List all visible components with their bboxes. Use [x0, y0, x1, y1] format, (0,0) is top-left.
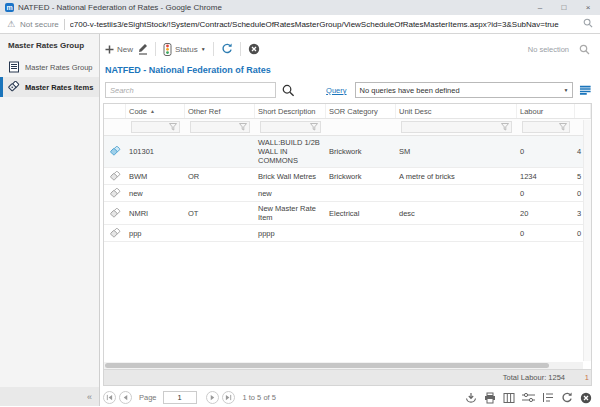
cell-unit-desc: SM	[396, 136, 517, 167]
funnel-icon[interactable]	[501, 123, 509, 131]
sidebar-item-master-rates-group[interactable]: Master Rates Group	[0, 57, 99, 77]
first-page-button[interactable]	[103, 391, 116, 404]
maximize-button[interactable]: □	[552, 0, 576, 15]
funnel-icon[interactable]	[310, 123, 318, 131]
table-row[interactable]: 101301 WALL:BUILD 1/2B WALL IN COMMONS B…	[104, 136, 591, 168]
toolbar-separator	[240, 42, 241, 56]
vertical-scrollbar[interactable]	[583, 120, 591, 361]
column-header-sor-category[interactable]: SOR Category	[326, 104, 396, 118]
code-filter[interactable]	[131, 121, 180, 133]
close-icon[interactable]	[580, 392, 592, 404]
table-empty-area	[104, 242, 591, 362]
search-icon[interactable]	[579, 44, 590, 55]
filter-cell	[396, 119, 517, 135]
table-row[interactable]: NMRI OT New Master Rate Item Electrical …	[104, 202, 591, 225]
address-bar[interactable]: ⚠ Not secure c700-v-testiis3/eSightStock…	[0, 15, 600, 34]
short-description-filter[interactable]	[260, 121, 321, 133]
query-dropdown[interactable]: No queries have been defined ▼	[355, 82, 574, 98]
not-secure-label[interactable]: Not secure	[20, 20, 59, 29]
window-titlebar: m NATFED - National Federation of Rates …	[0, 0, 600, 15]
query-link[interactable]: Query	[326, 86, 346, 95]
query-dropdown-value: No queries have been defined	[360, 86, 460, 95]
cancel-button[interactable]	[248, 43, 260, 55]
export-icon[interactable]	[465, 392, 477, 404]
funnel-icon[interactable]	[169, 123, 177, 131]
column-header-code[interactable]: Code ▲	[126, 104, 185, 118]
column-header-unit-desc[interactable]: Unit Desc	[396, 104, 517, 118]
sidebar-item-label: Master Rates Group	[25, 63, 93, 72]
horizontal-scrollbar[interactable]	[104, 362, 583, 369]
cell-unit-desc: A metre of bricks	[396, 168, 517, 184]
new-button[interactable]: New	[105, 45, 133, 54]
last-page-icon	[225, 394, 232, 401]
search-icon[interactable]	[282, 84, 295, 97]
next-page-button[interactable]	[206, 391, 219, 404]
tags-icon	[110, 228, 121, 239]
cell-labour: 0	[517, 136, 575, 167]
cell-sor-category	[326, 225, 396, 241]
page-range-label: 1 to 5 of 5	[243, 393, 276, 402]
cell-sor-category: Electrical	[326, 202, 396, 224]
unit-desc-filter-input[interactable]	[402, 122, 501, 132]
status-button[interactable]: Status ▼	[163, 43, 206, 56]
grouping-icon[interactable]	[542, 392, 554, 403]
table-row[interactable]: ppp pppp 0 0	[104, 225, 591, 242]
search-input[interactable]	[105, 82, 276, 98]
toolbar-separator	[155, 42, 156, 56]
sidebar: Master Rates Group Master Rates Group Ma…	[0, 34, 100, 406]
funnel-icon[interactable]	[239, 123, 247, 131]
other-ref-filter-input[interactable]	[191, 122, 239, 132]
cell-unit-desc: desc	[396, 202, 517, 224]
cell-labour: 20	[517, 202, 575, 224]
column-header-short-description[interactable]: Short Description	[255, 104, 326, 118]
cell-sor-category: Brickwork	[326, 136, 396, 167]
toolbar-separator	[213, 42, 214, 56]
column-label: Unit Desc	[399, 107, 432, 116]
columns-icon[interactable]	[503, 392, 515, 404]
toolbar-right: No selection	[528, 44, 590, 55]
selection-status: No selection	[528, 45, 569, 54]
chevron-down-icon: ▼	[563, 87, 568, 93]
url-text[interactable]: c700-v-testiis3/eSightStock/!System/Cont…	[70, 20, 559, 29]
sidebar-item-master-rates-items[interactable]: Master Rates Items	[0, 77, 99, 97]
short-description-filter-input[interactable]	[261, 122, 310, 132]
page-number-input[interactable]	[163, 391, 197, 404]
sidebar-item-label: Master Rates Items	[25, 83, 93, 92]
code-filter-input[interactable]	[132, 122, 169, 132]
cell-other-ref: OT	[185, 202, 255, 224]
sidebar-collapse-icon[interactable]: «	[87, 392, 92, 402]
table-row[interactable]: BWM OR Brick Wall Metres Brickwork A met…	[104, 168, 591, 185]
table-row[interactable]: new new 0 0	[104, 185, 591, 202]
unit-desc-filter[interactable]	[401, 121, 512, 133]
horizontal-scrollbar-thumb[interactable]	[105, 363, 549, 368]
minimize-button[interactable]: –	[528, 0, 552, 15]
edit-button[interactable]	[138, 43, 148, 55]
filter-cell	[255, 119, 326, 135]
cell-code: BWM	[126, 168, 185, 184]
refresh-button[interactable]	[221, 43, 233, 55]
funnel-icon[interactable]	[559, 123, 567, 131]
table-filter-row	[104, 119, 591, 136]
cell-short-description: Brick Wall Metres	[255, 168, 326, 184]
labour-filter[interactable]	[522, 121, 570, 133]
column-header-other-ref[interactable]: Other Ref	[185, 104, 255, 118]
labour-filter-input[interactable]	[523, 122, 559, 132]
window-title: NATFED - National Federation of Rates - …	[18, 3, 222, 12]
cell-other-ref	[185, 185, 255, 201]
cell-short-description: New Master Rate Item	[255, 202, 326, 224]
table-header-row: Code ▲ Other Ref Short Description SOR C…	[104, 104, 591, 119]
column-header-labour[interactable]: Labour	[517, 104, 575, 118]
total-labour-value: Total Labour: 1254	[503, 373, 565, 382]
print-icon[interactable]	[484, 392, 496, 404]
other-ref-filter[interactable]	[190, 121, 250, 133]
last-page-button[interactable]	[222, 391, 235, 404]
search-row: Query No queries have been defined ▼	[103, 82, 592, 98]
refresh-icon[interactable]	[561, 392, 573, 404]
close-window-button[interactable]: ×	[576, 0, 600, 15]
previous-page-button[interactable]	[119, 391, 132, 404]
address-search-icon[interactable]	[583, 18, 593, 30]
status-button-label: Status	[175, 45, 198, 54]
saved-queries-icon[interactable]	[579, 85, 592, 96]
address-separator	[64, 19, 65, 30]
settings-sliders-icon[interactable]	[522, 392, 535, 403]
